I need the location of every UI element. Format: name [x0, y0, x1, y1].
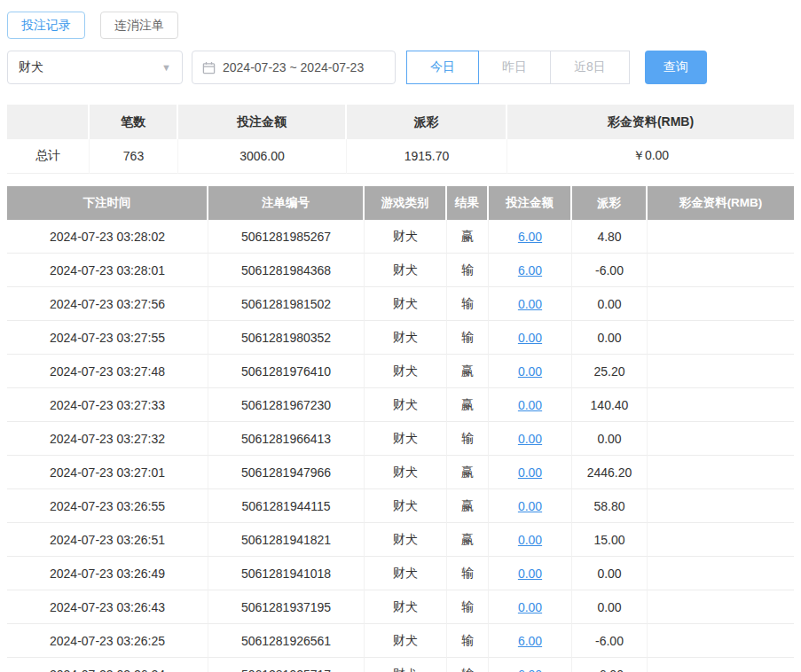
bet-amount-link[interactable]: 0.00	[518, 364, 542, 379]
bet-time-cell: 2024-07-23 03:27:48	[7, 355, 208, 388]
summary-header-count: 笔数	[90, 105, 178, 139]
table-row: 2024-07-23 03:27:32 5061281966413 财犬 输 0…	[7, 422, 794, 456]
bonus-cell	[648, 422, 794, 456]
bet-time-cell: 2024-07-23 03:26:49	[7, 557, 208, 590]
summary-count-value: 763	[90, 139, 178, 174]
result-cell: 输	[447, 557, 489, 590]
search-button[interactable]: 查询	[645, 51, 707, 84]
bet-amount-link[interactable]: 6.00	[518, 668, 542, 672]
quick-date-button-group: 今日 昨日 近8日	[406, 51, 630, 84]
result-cell: 输	[447, 658, 489, 672]
bet-amount-link[interactable]: 6.00	[518, 263, 542, 277]
result-cell: 输	[447, 321, 489, 355]
payout-cell: -6.00	[572, 254, 648, 287]
game-type-cell: 财犬	[365, 557, 447, 590]
table-row: 2024-07-23 03:27:56 5061281981502 财犬 输 0…	[7, 287, 794, 321]
result-cell: 输	[447, 287, 489, 321]
bet-time-cell: 2024-07-23 03:27:33	[7, 388, 208, 422]
tab-cancelled-orders[interactable]: 连消注单	[100, 12, 178, 39]
table-row: 2024-07-23 03:26:25 5061281926561 财犬 输 6…	[7, 624, 794, 658]
order-id-cell: 5061281941018	[208, 557, 365, 590]
table-row: 2024-07-23 03:27:48 5061281976410 财犬 赢 0…	[7, 355, 794, 388]
bet-amount-link[interactable]: 6.00	[518, 230, 542, 244]
bonus-cell	[648, 220, 794, 254]
date-range-input[interactable]: 2024-07-23 ~ 2024-07-23	[192, 51, 396, 84]
bet-amount-cell: 0.00	[489, 456, 572, 489]
bonus-cell	[648, 388, 794, 422]
result-cell: 输	[447, 624, 489, 658]
order-id-cell: 5061281944115	[208, 489, 365, 523]
bet-amount-link[interactable]: 0.00	[518, 567, 542, 581]
bet-time-cell: 2024-07-23 03:26:51	[7, 523, 208, 557]
order-id-cell: 5061281976410	[208, 355, 365, 388]
result-cell: 赢	[447, 355, 489, 388]
bet-amount-cell: 0.00	[489, 590, 572, 624]
bet-time-cell: 2024-07-23 03:26:25	[7, 624, 208, 658]
tab-bet-records[interactable]: 投注记录	[7, 12, 85, 39]
bet-time-cell: 2024-07-23 03:28:02	[7, 220, 208, 254]
bonus-cell	[648, 489, 794, 523]
table-row: 2024-07-23 03:26:24 5061281925717 财犬 输 6…	[7, 658, 794, 672]
table-row: 2024-07-23 03:28:02 5061281985267 财犬 赢 6…	[7, 220, 794, 254]
bonus-cell	[648, 590, 794, 624]
bet-amount-cell: 0.00	[489, 321, 572, 355]
order-id-cell: 5061281985267	[208, 220, 365, 254]
header-order-id: 注单编号	[208, 186, 365, 220]
bet-amount-link[interactable]: 0.00	[518, 331, 542, 345]
summary-bonus-value: ￥0.00	[507, 139, 794, 174]
bet-time-cell: 2024-07-23 03:27:01	[7, 456, 208, 489]
payout-cell: 4.80	[572, 220, 648, 254]
filter-row: 财犬 ▼ 2024-07-23 ~ 2024-07-23 今日 昨日 近8日 查…	[7, 51, 794, 84]
summary-total-row: 总计 763 3006.00 1915.70 ￥0.00	[7, 139, 794, 174]
quick-button-yesterday[interactable]: 昨日	[478, 51, 551, 84]
bonus-cell	[648, 557, 794, 590]
bonus-cell	[648, 456, 794, 489]
quick-button-today[interactable]: 今日	[406, 51, 479, 84]
bet-amount-link[interactable]: 0.00	[518, 600, 542, 614]
game-type-cell: 财犬	[365, 388, 447, 422]
payout-cell: 15.00	[572, 523, 648, 557]
bet-amount-link[interactable]: 0.00	[518, 398, 542, 412]
bet-time-cell: 2024-07-23 03:27:55	[7, 321, 208, 355]
order-id-cell: 5061281967230	[208, 388, 365, 422]
summary-header-row: 笔数 投注金额 派彩 彩金资料(RMB)	[7, 105, 794, 139]
order-id-cell: 5061281926561	[208, 624, 365, 658]
game-type-cell: 财犬	[365, 658, 447, 672]
bet-amount-link[interactable]: 0.00	[518, 499, 542, 513]
bet-time-cell: 2024-07-23 03:27:32	[7, 422, 208, 456]
bet-amount-link[interactable]: 0.00	[518, 465, 542, 480]
order-id-cell: 5061281984368	[208, 254, 365, 287]
bonus-cell	[648, 523, 794, 557]
game-type-cell: 财犬	[365, 422, 447, 456]
bet-amount-cell: 0.00	[489, 523, 572, 557]
payout-cell: 0.00	[572, 321, 648, 355]
game-select[interactable]: 财犬 ▼	[7, 51, 183, 84]
order-id-cell: 5061281947966	[208, 456, 365, 489]
bet-amount-link[interactable]: 0.00	[518, 432, 542, 446]
date-range-value: 2024-07-23 ~ 2024-07-23	[223, 60, 364, 74]
result-cell: 输	[447, 590, 489, 624]
bonus-cell	[648, 287, 794, 321]
payout-cell: -6.00	[572, 658, 648, 672]
table-row: 2024-07-23 03:27:33 5061281967230 财犬 赢 0…	[7, 388, 794, 422]
summary-header-bet-amount: 投注金额	[178, 105, 347, 139]
result-cell: 赢	[447, 489, 489, 523]
result-cell: 赢	[447, 456, 489, 489]
quick-button-last-8-days[interactable]: 近8日	[550, 51, 630, 84]
summary-header-bonus: 彩金资料(RMB)	[507, 105, 794, 139]
bet-amount-cell: 0.00	[489, 388, 572, 422]
game-type-cell: 财犬	[365, 355, 447, 388]
bet-amount-cell: 6.00	[489, 254, 572, 287]
bonus-cell	[648, 624, 794, 658]
payout-cell: 25.20	[572, 355, 648, 388]
result-cell: 赢	[447, 220, 489, 254]
bet-amount-cell: 6.00	[489, 220, 572, 254]
bet-amount-link[interactable]: 0.00	[518, 297, 542, 311]
bet-amount-link[interactable]: 0.00	[518, 533, 542, 547]
bet-time-cell: 2024-07-23 03:28:01	[7, 254, 208, 287]
tabs-row: 投注记录 连消注单	[7, 12, 794, 39]
bonus-cell	[648, 321, 794, 355]
bet-amount-cell: 6.00	[489, 624, 572, 658]
bet-amount-link[interactable]: 6.00	[518, 634, 542, 648]
game-type-cell: 财犬	[365, 254, 447, 287]
